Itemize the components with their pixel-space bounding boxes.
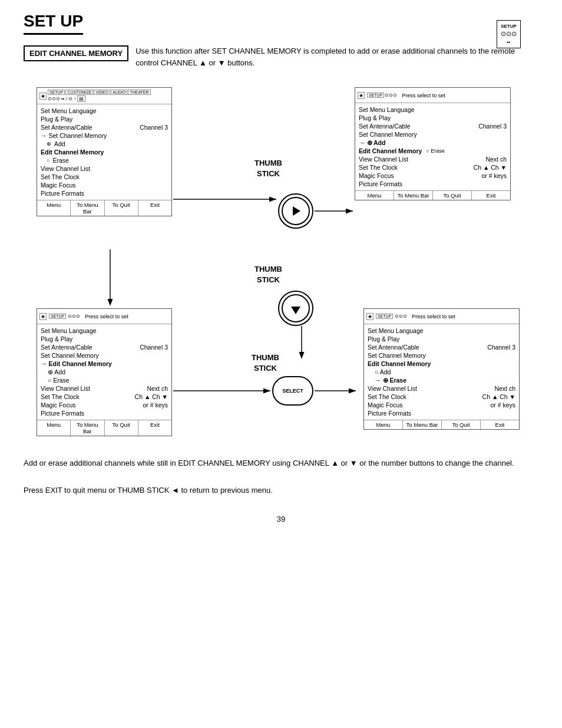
- menu-top-left: ◉ SETUP CUSTOMIZE VIDEO AUDIO THEATER ⊙⊙…: [37, 87, 172, 216]
- menu-bottom-left-header: Press select to set: [85, 314, 128, 319]
- arrow-right-top: [173, 190, 282, 208]
- menu-item-edit-channel-label-tl: Edit Channel Memory: [41, 148, 168, 156]
- menu-item-set-menu-lang-tr: Set Menu Language: [359, 106, 507, 114]
- footer-tomenubar-br: To Menu Bar: [403, 420, 442, 429]
- menu-item-add-br: ○ Add: [368, 368, 515, 376]
- footer-exit-bl: Exit: [138, 420, 171, 436]
- menu-item-edit-channel-label-tr: Edit Channel Memory○ Erase: [359, 147, 507, 155]
- menu-item-picture-formats-tl: Picture Formats: [41, 189, 168, 197]
- menu-item-antenna-tr: Set Antenna/CableChannel 3: [359, 122, 507, 130]
- menu-item-edit-channel-br: Edit Channel Memory: [368, 360, 515, 368]
- menu-item-set-menu-lang-br: Set Menu Language: [368, 327, 515, 335]
- thumb-stick-label-bottom: THUMB STICK: [252, 353, 279, 374]
- menu-item-plug-play-br: Plug & Play: [368, 335, 515, 343]
- menu-item-view-channel-br: View Channel ListNext ch: [368, 384, 515, 393]
- menu-item-plug-play-tr: Plug & Play: [359, 114, 507, 122]
- menu-item-edit-channel-bl: → Edit Channel Memory: [41, 360, 168, 368]
- footer-menu-bl: Menu: [37, 420, 71, 436]
- page-number: 39: [24, 515, 538, 523]
- menu-item-view-channel-bl: View Channel ListNext ch: [41, 384, 168, 393]
- footer-toquit-bl: To Quit: [105, 420, 138, 436]
- footer-exit-tl: Exit: [138, 200, 171, 216]
- thumb-circle-middle: [278, 291, 313, 326]
- menu-item-set-menu-lang-tl: Set Menu Language: [41, 107, 168, 115]
- menu-item-set-channel-tr: Set Channel Memory: [359, 130, 507, 139]
- footer-toquit-br: To Quit: [442, 420, 481, 429]
- diagram-area: ◉ SETUP CUSTOMIZE VIDEO AUDIO THEATER ⊙⊙…: [25, 81, 537, 447]
- bottom-text-1: Add or erase additional channels while s…: [24, 457, 538, 470]
- menu-item-set-channel-tl: →Set Channel Memory: [41, 131, 168, 140]
- menu-item-magic-focus-br: Magic Focusor # keys: [368, 401, 515, 409]
- menu-item-add-bl: ⊕ Add: [41, 368, 168, 376]
- footer-toquit-tl: To Quit: [105, 200, 138, 216]
- footer-exit-tr: Exit: [472, 191, 510, 200]
- setup-icon-symbols: ⊙⊙⊙: [501, 29, 517, 38]
- menu-item-set-clock-bl: Set The ClockCh ▲ Ch ▼: [41, 393, 168, 401]
- ecm-label: EDIT CHANNEL MEMORY: [24, 45, 128, 61]
- footer-toquit-tr: To Quit: [433, 191, 472, 200]
- menu-item-magic-focus-tl: Magic Focus: [41, 181, 168, 189]
- menu-item-set-clock-tr: Set The ClockCh ▲ Ch ▼: [359, 163, 507, 172]
- footer-menu-tr: Menu: [355, 191, 394, 200]
- menu-item-picture-formats-br: Picture Formats: [368, 409, 515, 417]
- footer-tomenubar-bl: To Menu Bar: [71, 420, 104, 436]
- menu-top-right: ◉ SETUP ⊙⊙⊙ Press select to set Set Menu…: [355, 87, 511, 200]
- menu-item-erase-bl: ○ Erase: [41, 376, 168, 384]
- thumb-stick-label-middle: THUMB STICK: [254, 264, 282, 285]
- menu-item-plug-play-tl: Plug & Play: [41, 115, 168, 123]
- thumb-circle-top: [278, 193, 313, 229]
- menu-top-right-header: Press select to set: [402, 93, 445, 98]
- arrow-right-top-2: [315, 202, 359, 220]
- menu-bottom-right-header: Press select to set: [412, 314, 455, 319]
- menu-item-antenna-tl: Set Antenna/CableChannel 3: [41, 123, 168, 131]
- footer-tomenubar-tr: To Menu Bar: [394, 191, 433, 200]
- menu-item-edit-channel-tl: ⊕Add: [41, 140, 168, 148]
- thumb-circle-select: SELECT: [272, 376, 313, 406]
- menu-item-picture-formats-tr: Picture Formats: [359, 180, 507, 188]
- menu-item-antenna-bl: Set Antenna/CableChannel 3: [41, 343, 168, 351]
- arrow-down-from-thumb: [293, 326, 310, 361]
- setup-icon-label: SETUP: [501, 23, 517, 29]
- intro-text: Use this function after SET CHANNEL MEMO…: [135, 45, 538, 68]
- thumb-stick-label-top: THUMB STICK: [254, 158, 282, 179]
- page-title: SET UP: [24, 12, 83, 35]
- setup-icon: SETUP ⊙⊙⊙ ▪▪: [497, 20, 521, 48]
- footer-tomenubar-tl: To Menu Bar: [71, 200, 104, 216]
- menu-item-set-menu-lang-bl: Set Menu Language: [41, 327, 168, 335]
- arrow-down-left: [101, 249, 119, 308]
- menu-item-view-channel-tl: View Channel List: [41, 164, 168, 173]
- menu-bottom-left: ◉ SETUP ⊙⊙⊙ Press select to set Set Menu…: [37, 308, 172, 436]
- menu-item-plug-play-bl: Plug & Play: [41, 335, 168, 343]
- footer-exit-br: Exit: [481, 420, 519, 429]
- select-label: SELECT: [282, 388, 303, 394]
- bottom-text-2: Press EXIT to quit menu or THUMB STICK ◄…: [24, 485, 538, 497]
- arrow-right-bottom-2: [315, 382, 362, 400]
- menu-item-magic-focus-tr: Magic Focusor # keys: [359, 172, 507, 180]
- footer-menu-tl: Menu: [37, 200, 71, 216]
- menu-item-picture-formats-bl: Picture Formats: [41, 409, 168, 417]
- intro-section: EDIT CHANNEL MEMORY Use this function af…: [24, 45, 538, 68]
- menu-item-set-clock-br: Set The ClockCh ▲ Ch ▼: [368, 393, 515, 401]
- menu-item-erase-br: → ⊕ Erase: [368, 376, 515, 384]
- menu-bottom-right: ◉ SETUP ⊙⊙⊙ Press select to set Set Menu…: [363, 308, 520, 430]
- arrow-right-bottom: [173, 382, 276, 400]
- menu-item-edit-channel-tr: → ⊕ Add: [359, 139, 507, 147]
- menu-item-magic-focus-bl: Magic Focusor # keys: [41, 401, 168, 409]
- footer-menu-br: Menu: [364, 420, 403, 429]
- menu-item-set-channel-bl: Set Channel Memory: [41, 351, 168, 360]
- menu-item-erase-tl: ○Erase: [41, 156, 168, 164]
- menu-item-view-channel-tr: View Channel ListNext ch: [359, 155, 507, 163]
- menu-item-antenna-br: Set Antenna/CableChannel 3: [368, 343, 515, 351]
- menu-item-set-clock-tl: Set The Clock: [41, 173, 168, 181]
- menu-item-set-channel-br: Set Channel Memory: [368, 351, 515, 360]
